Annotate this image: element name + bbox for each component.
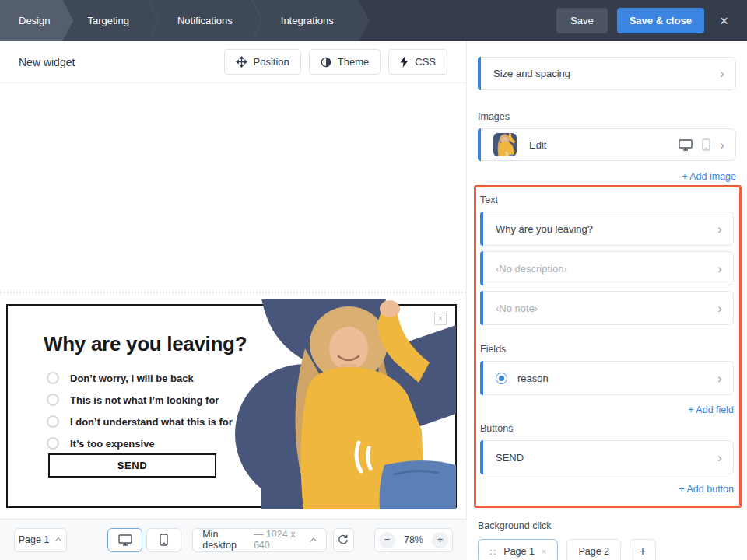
desktop-icon — [118, 534, 132, 546]
add-image-link[interactable]: + Add image — [682, 171, 736, 182]
popup-option[interactable]: This is not what I’m looking for — [47, 389, 233, 411]
image-thumbnail — [493, 133, 517, 156]
close-icon[interactable]: × — [714, 9, 735, 33]
chevron-up-icon — [310, 537, 317, 544]
highlighted-content-section: Text Why are you leaving? › ‹No descript… — [474, 185, 742, 508]
zoom-out-button[interactable]: − — [379, 532, 395, 548]
size-and-spacing-card[interactable]: Size and spacing › — [478, 57, 736, 90]
chevron-right-icon: › — [717, 302, 722, 315]
css-button-label: CSS — [415, 56, 436, 68]
widget-title: New widget — [19, 56, 75, 68]
chevron-right-icon: › — [720, 138, 724, 152]
radio-field-type-icon — [496, 373, 507, 384]
tab-notifications[interactable]: Notifications — [159, 0, 251, 41]
tab-integrations[interactable]: Integrations — [262, 0, 352, 41]
add-image-row: + Add image — [478, 170, 736, 182]
theme-button[interactable]: Theme — [309, 49, 381, 75]
popup-option[interactable]: Don’t worry, I will be back — [47, 367, 233, 389]
add-button-row: + Add button — [480, 483, 734, 495]
image-device-visibility: › — [679, 138, 724, 152]
page-tab-2[interactable]: Page 2 — [566, 539, 621, 560]
page-selector-dropdown[interactable]: Page 1 — [14, 528, 67, 552]
save-and-close-button[interactable]: Save & close — [617, 8, 704, 33]
radio-button-icon[interactable] — [47, 415, 59, 428]
topbar-actions: Save Save & close × — [556, 0, 747, 41]
text-item-description-card[interactable]: ‹No description› › — [480, 251, 734, 285]
contrast-icon — [321, 57, 331, 68]
theme-button-label: Theme — [338, 56, 369, 68]
popup-option[interactable]: It’s too expensive — [47, 432, 233, 454]
chevron-right-icon: › — [717, 222, 722, 236]
button-send-card[interactable]: SEND › — [480, 440, 734, 474]
mobile-icon[interactable] — [702, 138, 710, 151]
popup-send-button[interactable]: SEND — [48, 453, 216, 478]
radio-button-icon[interactable] — [47, 394, 59, 406]
popup-options-list: Don’t worry, I will be back This is not … — [47, 367, 233, 454]
chevron-right-icon: › — [717, 262, 722, 275]
text-section-label: Text — [480, 194, 734, 205]
screen-size-dropdown[interactable]: Min desktop — 1024 x 640 — [192, 528, 327, 552]
chevron-right-icon: › — [720, 67, 724, 80]
popup-option-label: I don’t understand what this is for — [70, 416, 233, 428]
rotate-orientation-button[interactable] — [333, 528, 354, 552]
position-button[interactable]: Position — [224, 49, 301, 75]
tab-design[interactable]: Design — [0, 0, 73, 41]
zoom-in-button[interactable]: + — [432, 532, 448, 548]
add-button-link[interactable]: + Add button — [679, 484, 734, 495]
popup-heading: Why are you leaving? — [44, 332, 247, 356]
preview-boundary-divider — [0, 292, 466, 293]
add-page-button[interactable]: + — [630, 539, 656, 560]
popup-close-icon[interactable]: × — [434, 313, 447, 325]
design-canvas: New widget Position Theme CSS × — [0, 41, 467, 560]
tab-targeting[interactable]: Targeting — [68, 0, 147, 41]
field-reason-card[interactable]: reason › — [480, 361, 734, 395]
popup-option-label: It’s too expensive — [70, 438, 155, 450]
image-edit-card[interactable]: Edit › — [478, 128, 736, 161]
preview-controls-bar: Page 1 Min desktop — 1024 x 640 − — [0, 519, 467, 560]
desktop-icon[interactable] — [679, 139, 693, 151]
chevron-up-icon — [55, 537, 63, 544]
chevron-right-icon: › — [717, 451, 722, 464]
tab-separator-icon — [251, 0, 262, 41]
background-click-label: Background click — [478, 520, 736, 531]
popup-option[interactable]: I don’t understand what this is for — [47, 411, 233, 432]
woman-photo-illustration — [230, 299, 456, 509]
text-item-title-card[interactable]: Why are you leaving? › — [480, 212, 734, 246]
remove-page-icon[interactable]: × — [542, 547, 546, 556]
rotate-icon — [338, 534, 349, 545]
button-name: SEND — [496, 452, 524, 464]
radio-button-icon[interactable] — [47, 372, 59, 384]
top-navigation-bar: Design Targeting Notifications Integrati… — [0, 0, 747, 41]
size-and-spacing-label: Size and spacing — [493, 68, 570, 79]
nav-tabs: Design Targeting Notifications Integrati… — [0, 0, 370, 41]
save-button[interactable]: Save — [556, 8, 608, 33]
drag-handle-icon[interactable]: :: — [489, 547, 496, 556]
buttons-section-label: Buttons — [480, 423, 734, 434]
field-name: reason — [517, 373, 549, 384]
css-button[interactable]: CSS — [388, 49, 447, 75]
image-edit-label: Edit — [529, 139, 546, 151]
tab-separator-icon — [148, 0, 159, 41]
page-tab-label: Page 2 — [578, 546, 609, 557]
radio-button-icon[interactable] — [47, 437, 59, 450]
add-field-link[interactable]: + Add field — [688, 404, 734, 415]
screen-size-label: Min desktop — [202, 529, 247, 551]
page-tab-1[interactable]: :: Page 1 × — [478, 539, 558, 560]
move-icon — [236, 56, 247, 68]
popup-option-label: This is not what I’m looking for — [70, 394, 219, 406]
mobile-view-button[interactable] — [146, 528, 181, 552]
popup-option-label: Don’t worry, I will be back — [70, 373, 194, 384]
fields-section-label: Fields — [480, 344, 734, 355]
canvas-header: New widget Position Theme CSS — [0, 41, 466, 83]
page-tab-label: Page 1 — [503, 546, 535, 557]
text-item-value: ‹No note› — [496, 303, 538, 314]
mobile-icon — [160, 534, 168, 546]
widget-preview-popup: × Why are you leaving? Don’t worry, I wi… — [6, 304, 457, 508]
add-field-row: + Add field — [480, 404, 734, 415]
desktop-view-button[interactable] — [107, 528, 142, 552]
device-toggle-group — [107, 528, 181, 552]
text-item-note-card[interactable]: ‹No note› › — [480, 291, 734, 325]
chevron-right-icon: › — [717, 372, 722, 385]
zoom-level-value: 78% — [404, 534, 423, 545]
images-section-label: Images — [478, 111, 736, 122]
